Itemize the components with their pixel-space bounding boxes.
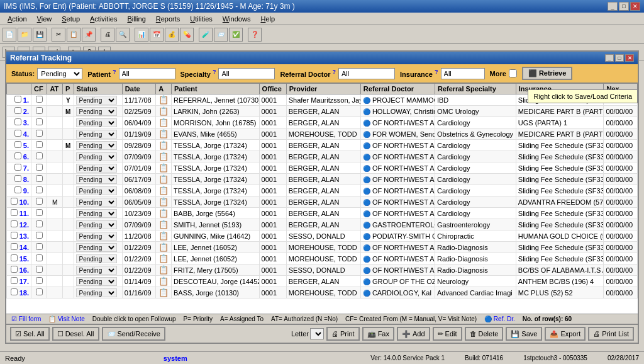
status-dropdown[interactable]: PendingApprovedDenied — [76, 288, 117, 297]
insurance-help[interactable]: ? — [435, 69, 438, 75]
status-dropdown[interactable]: PendingApprovedDenied — [76, 141, 117, 150]
row-checkbox[interactable] — [11, 288, 18, 295]
status-dropdown[interactable]: PendingApprovedDenied — [76, 164, 117, 173]
specialty-input[interactable] — [218, 68, 275, 79]
referral-doctor-input[interactable] — [338, 68, 395, 79]
tb-open[interactable]: 📁 — [18, 28, 31, 42]
delete-button[interactable]: 🗑 Delete — [465, 327, 504, 341]
table-row[interactable]: 7. PendingApprovedDenied 07/01/09 📋 TESS… — [7, 162, 638, 174]
status-dropdown[interactable]: PendingApprovedDenied — [76, 266, 117, 275]
wt-close[interactable]: ✕ — [625, 54, 634, 62]
table-row[interactable]: 15. PendingApprovedDenied 01/22/09 📋 LEE… — [7, 253, 638, 264]
save-button[interactable]: 💾 Save — [506, 327, 542, 341]
table-row[interactable]: 3. PendingApprovedDenied 06/04/09 📋 MORR… — [7, 117, 638, 128]
status-dropdown[interactable]: PendingApprovedDenied — [76, 96, 117, 105]
tb-print[interactable]: 🖨 — [101, 28, 114, 42]
desel-all-button[interactable]: ☐ Desel. All — [52, 327, 99, 341]
row-checkbox[interactable] — [11, 198, 18, 205]
row-checkbox[interactable] — [11, 243, 18, 250]
menu-reports[interactable]: Reports — [151, 14, 186, 24]
print-list-button[interactable]: 🖨 Print List — [588, 327, 634, 341]
wt-minimize[interactable]: _ — [605, 54, 614, 62]
table-row[interactable]: 2. M PendingApprovedDenied 02/25/09 📋 LA… — [7, 106, 638, 117]
export-button[interactable]: 📤 Export — [545, 327, 586, 341]
table-container[interactable]: CF AT P Status Date A Patient Office Pro… — [6, 83, 638, 314]
row-checkbox[interactable] — [14, 96, 21, 103]
status-dropdown[interactable]: PendingApprovedDenied — [76, 232, 117, 241]
row-checkbox[interactable] — [11, 277, 18, 284]
status-dropdown[interactable]: PendingApprovedDenied — [76, 209, 117, 218]
menu-windows[interactable]: Windows — [218, 14, 256, 24]
row-checkbox[interactable] — [14, 152, 21, 159]
minimize-btn[interactable]: _ — [608, 2, 618, 11]
table-row[interactable]: 10. M PendingApprovedDenied 06/05/09 📋 T… — [7, 196, 638, 208]
retrieve-button[interactable]: ⬛ Retrieve — [522, 67, 572, 80]
tb-chart[interactable]: 📊 — [135, 28, 148, 42]
tb-preview[interactable]: 🔍 — [116, 28, 130, 42]
tb-billing[interactable]: 💰 — [165, 28, 179, 42]
table-row[interactable]: 5. M PendingApprovedDenied 09/28/09 📋 TE… — [7, 140, 638, 151]
tb-referral[interactable]: 📨 — [214, 28, 228, 42]
row-checkbox[interactable] — [14, 107, 21, 114]
status-dropdown[interactable]: PendingApprovedDenied — [76, 118, 117, 127]
sel-all-button[interactable]: ☑ Sel. All — [10, 327, 50, 341]
table-row[interactable]: 4. PendingApprovedDenied 01/19/09 📋 EVAN… — [7, 128, 638, 140]
row-checkbox[interactable] — [11, 220, 18, 227]
menu-action[interactable]: Action — [3, 14, 32, 24]
tb-copy[interactable]: 📋 — [67, 28, 80, 42]
send-receive-button[interactable]: 📨 Send/Receive — [102, 327, 166, 341]
status-dropdown[interactable]: PendingApprovedDenied — [76, 198, 117, 207]
status-dropdown[interactable]: PendingApprovedDenied — [76, 186, 117, 195]
table-row[interactable]: 16. PendingApprovedDenied 01/22/09 📋 FRI… — [7, 264, 638, 276]
tb-schedule[interactable]: 📅 — [150, 28, 164, 42]
row-checkbox[interactable] — [14, 130, 21, 137]
table-row[interactable]: 6. PendingApprovedDenied 07/09/09 📋 TESS… — [7, 151, 638, 162]
row-checkbox[interactable] — [14, 175, 21, 182]
table-row[interactable]: 14. PendingApprovedDenied 01/22/09 📋 LEE… — [7, 242, 638, 253]
tb-lab[interactable]: 🧪 — [199, 28, 213, 42]
table-row[interactable]: 13. PendingApprovedDenied 11/20/08 📋 GUN… — [7, 230, 638, 242]
table-row[interactable]: 18. PendingApprovedDenied 01/16/09 📋 BAS… — [7, 287, 638, 299]
maximize-btn[interactable]: □ — [619, 2, 629, 11]
menu-view[interactable]: View — [32, 14, 57, 24]
status-dropdown[interactable]: PendingApprovedDenied — [76, 243, 117, 252]
status-dropdown[interactable]: PendingApprovedDenied — [76, 175, 117, 184]
row-checkbox[interactable] — [11, 232, 18, 239]
tb-new[interactable]: 📄 — [3, 28, 16, 42]
tb-save[interactable]: 💾 — [33, 28, 47, 42]
tb-tasks[interactable]: ✅ — [229, 28, 243, 42]
patient-help[interactable]: ? — [113, 69, 116, 75]
tb-help[interactable]: ❓ — [248, 28, 262, 42]
table-row[interactable]: 8. PendingApprovedDenied 06/17/09 📋 TESS… — [7, 174, 638, 185]
edit-button[interactable]: ✏ Edit — [433, 327, 462, 341]
row-checkbox[interactable] — [11, 266, 18, 273]
row-checkbox[interactable] — [14, 118, 21, 125]
patient-input[interactable] — [119, 68, 175, 79]
row-checkbox[interactable] — [14, 164, 21, 171]
close-btn[interactable]: ✕ — [630, 2, 640, 11]
row-checkbox[interactable] — [11, 254, 18, 261]
table-row[interactable]: 12. PendingApprovedDenied 07/09/09 📋 SMI… — [7, 219, 638, 230]
status-select[interactable]: Pending All Approved Denied — [37, 68, 82, 79]
wt-maximize[interactable]: □ — [615, 54, 624, 62]
table-row[interactable]: 9. PendingApprovedDenied 06/08/09 📋 TESS… — [7, 185, 638, 196]
status-dropdown[interactable]: PendingApprovedDenied — [76, 152, 117, 161]
specialty-help[interactable]: ? — [213, 69, 216, 75]
add-button[interactable]: ➕ Add — [397, 327, 430, 341]
row-checkbox[interactable] — [14, 186, 21, 193]
status-dropdown[interactable]: PendingApprovedDenied — [76, 220, 117, 229]
status-dropdown[interactable]: PendingApprovedDenied — [76, 107, 117, 116]
insurance-input[interactable] — [441, 68, 485, 79]
row-checkbox[interactable] — [14, 141, 21, 148]
tb-paste[interactable]: 📌 — [82, 28, 96, 42]
print-button[interactable]: 🖨 Print — [326, 327, 360, 341]
tb-cut[interactable]: ✂ — [52, 28, 65, 42]
more-checkbox[interactable] — [509, 69, 517, 77]
menu-activities[interactable]: Activities — [85, 14, 122, 24]
fax-button[interactable]: 📠 Fax — [362, 327, 394, 341]
status-dropdown[interactable]: PendingApprovedDenied — [76, 254, 117, 263]
status-dropdown[interactable]: PendingApprovedDenied — [76, 130, 117, 139]
menu-billing[interactable]: Billing — [122, 14, 150, 24]
letter-select[interactable] — [310, 328, 324, 339]
referral-doctor-help[interactable]: ? — [333, 69, 336, 75]
